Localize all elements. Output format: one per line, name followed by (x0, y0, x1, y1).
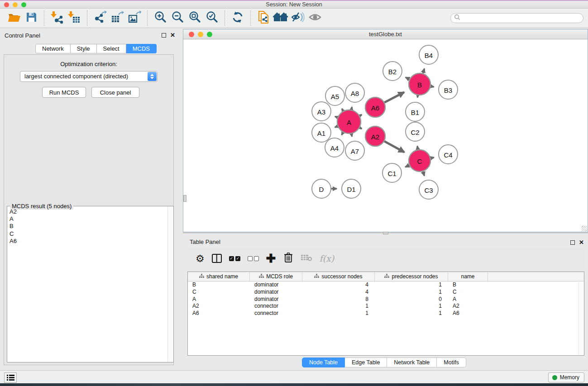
column-header-name[interactable]: name (448, 272, 488, 281)
column-header-shared-name[interactable]: shared name (188, 272, 250, 281)
splitter-handle[interactable] (183, 195, 186, 202)
edge-A-A3[interactable] (335, 116, 338, 117)
node-C3[interactable]: C3 (419, 180, 438, 199)
open-file-button[interactable] (6, 11, 22, 25)
table-cell[interactable]: connector (250, 303, 302, 310)
delete-column-button[interactable] (283, 252, 293, 265)
column-header-successor-nodes[interactable]: successor nodes (302, 272, 375, 281)
task-history-button[interactable] (4, 372, 17, 383)
table-cell[interactable]: 1 (375, 281, 448, 289)
horizontal-splitter[interactable] (183, 233, 588, 235)
mcds-result-item[interactable]: A6 (10, 238, 167, 245)
table-cell[interactable]: 1 (302, 303, 375, 310)
tab-mcds[interactable]: MCDS (126, 44, 157, 53)
node-A4[interactable]: A4 (325, 138, 344, 157)
node-C1[interactable]: C1 (382, 163, 402, 182)
edge-A-A5[interactable] (342, 109, 343, 111)
table-row[interactable]: Bdominator41B (188, 281, 584, 289)
network-minimize-button[interactable] (198, 32, 203, 37)
node-D[interactable]: D (312, 179, 331, 198)
network-canvas[interactable]: B4B2BB3A5A8A6B1A3AC2A1A2A4A7C4CC1DD1C3 (183, 39, 588, 232)
import-network-button[interactable] (49, 11, 65, 25)
tab-select[interactable]: Select (97, 44, 126, 53)
zoom-selected-button[interactable] (204, 11, 220, 25)
show-all-button[interactable] (273, 11, 288, 25)
table-options-button[interactable]: ⚙ (196, 252, 205, 265)
table-cell[interactable]: B (448, 281, 488, 289)
table-cell[interactable]: 1 (375, 289, 448, 296)
node-C4[interactable]: C4 (439, 145, 458, 164)
mcds-result-list[interactable]: A2ABCA6 (8, 208, 167, 362)
search-field[interactable] (450, 13, 583, 23)
table-cell[interactable]: dominator (250, 281, 302, 289)
edge-B-B1[interactable] (417, 95, 418, 98)
export-image-button[interactable] (127, 11, 142, 25)
table-row[interactable]: Cdominator41C (188, 289, 584, 296)
import-table-button[interactable] (67, 11, 82, 25)
export-network-button[interactable] (92, 11, 108, 25)
table-cell[interactable]: A2 (448, 303, 488, 310)
table-cell[interactable]: A (448, 296, 488, 303)
edge-A6-B[interactable] (384, 92, 404, 103)
show-column-button[interactable] (212, 252, 222, 265)
edge-B-B4[interactable] (423, 69, 424, 73)
tab-network[interactable]: Network (35, 44, 71, 53)
tab-network-table[interactable]: Network Table (387, 357, 437, 367)
network-zoom-button[interactable] (207, 32, 212, 37)
table-cell[interactable]: 4 (302, 281, 375, 289)
node-B[interactable]: B (409, 73, 430, 95)
table-cell[interactable]: dominator (250, 289, 302, 296)
close-table-panel-icon[interactable]: ✕ (579, 239, 584, 246)
export-table-button[interactable] (110, 11, 125, 25)
node-B2[interactable]: B2 (383, 62, 402, 81)
table-cell[interactable]: connector (250, 310, 302, 317)
window-resize-grip[interactable] (582, 226, 587, 231)
close-panel-button[interactable]: Close panel (91, 87, 139, 98)
table-cell[interactable]: A2 (188, 303, 250, 310)
node-A7[interactable]: A7 (345, 141, 364, 160)
table-cell[interactable]: 0 (375, 296, 448, 303)
add-column-button[interactable]: ✚ (266, 252, 276, 265)
float-panel-icon[interactable] (162, 33, 166, 38)
zoom-window-button[interactable] (21, 2, 26, 7)
table-cell[interactable]: 1 (302, 310, 375, 317)
edge-A-A2[interactable] (360, 128, 362, 129)
node-A5[interactable]: A5 (325, 86, 344, 105)
zoom-fit-button[interactable] (187, 11, 202, 25)
edge-A-A7[interactable] (351, 133, 352, 136)
table-cell[interactable]: 1 (375, 303, 448, 310)
splitter-grip[interactable] (383, 232, 388, 234)
show-hidden-button[interactable] (307, 11, 323, 25)
clone-network-button[interactable] (256, 11, 271, 25)
edge-B-B2[interactable] (406, 77, 410, 79)
table-row[interactable]: A6connector11A6 (188, 310, 584, 317)
node-A8[interactable]: A8 (345, 83, 364, 102)
mcds-result-item[interactable]: A2 (10, 208, 167, 215)
table-cell[interactable]: dominator (250, 296, 302, 303)
mcds-result-item[interactable]: B (10, 223, 167, 230)
tab-node-table[interactable]: Node Table (302, 357, 345, 367)
table-cell[interactable]: A (188, 296, 250, 303)
table-row[interactable]: Adominator80A (188, 296, 584, 303)
mcds-list-scrollbar[interactable] (167, 207, 173, 362)
node-A3[interactable]: A3 (312, 102, 331, 121)
node-B4[interactable]: B4 (419, 45, 438, 64)
network-window-titlebar[interactable]: testGlobe.txt (183, 29, 588, 39)
zoom-in-button[interactable] (153, 11, 168, 25)
edge-B-B3[interactable] (431, 86, 434, 87)
table-cell[interactable]: C (188, 289, 250, 296)
float-table-panel-icon[interactable] (570, 240, 575, 245)
node-B1[interactable]: B1 (406, 102, 425, 121)
edge-C-C4[interactable] (430, 157, 434, 158)
table-cell[interactable]: A6 (188, 310, 250, 317)
tab-edge-table[interactable]: Edge Table (345, 357, 387, 367)
node-C[interactable]: C (409, 150, 430, 172)
edge-A2-C[interactable] (384, 141, 404, 152)
edge-A-A8[interactable] (351, 107, 352, 110)
edge-C-C2[interactable] (417, 146, 418, 150)
close-window-button[interactable] (4, 2, 9, 7)
column-header-predecessor-nodes[interactable]: predecessor nodes (375, 272, 448, 281)
table-cell[interactable]: B (188, 281, 250, 289)
edge-C-C1[interactable] (405, 165, 409, 167)
network-close-button[interactable] (189, 32, 194, 37)
